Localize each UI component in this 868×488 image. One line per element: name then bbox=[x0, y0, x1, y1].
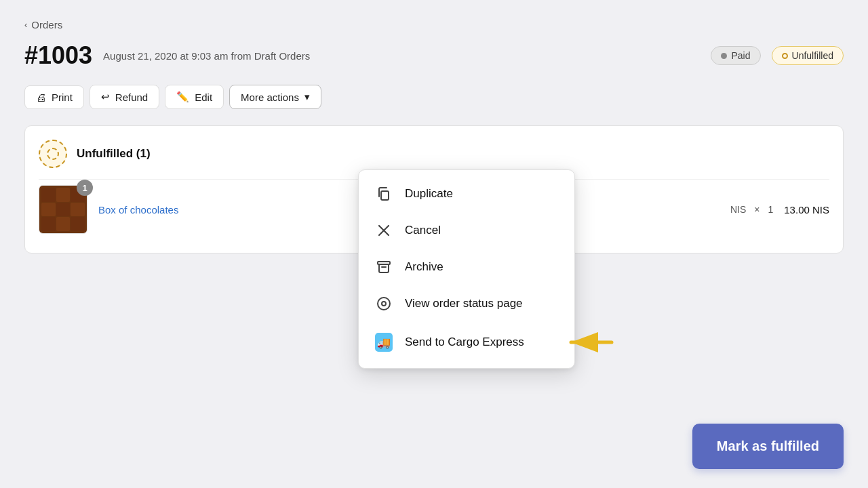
edit-button[interactable]: ✏️ Edit bbox=[165, 85, 224, 109]
more-actions-label: More actions bbox=[241, 92, 299, 103]
duplicate-label: Duplicate bbox=[405, 187, 453, 201]
cargo-label: Send to Cargo Express bbox=[405, 336, 524, 349]
dropdown-item-cargo[interactable]: 🚚 Send to Cargo Express bbox=[359, 322, 574, 363]
print-icon: 🖨 bbox=[36, 92, 46, 103]
more-actions-dropdown: Duplicate Cancel Archive bbox=[358, 169, 575, 369]
price-currency: NIS bbox=[730, 204, 746, 215]
paid-dot bbox=[721, 53, 727, 59]
view-status-icon bbox=[375, 296, 393, 311]
truck-icon: 🚚 bbox=[377, 336, 391, 349]
breadcrumb-label: Orders bbox=[31, 19, 62, 30]
price-qty: 1 bbox=[768, 204, 773, 215]
actions-row: 🖨 Print ↩ Refund ✏️ Edit More actions ▾ bbox=[24, 85, 844, 109]
refund-icon: ↩ bbox=[101, 91, 110, 103]
unfulfilled-badge: Unfulfilled bbox=[772, 46, 844, 65]
refund-label: Refund bbox=[115, 92, 148, 103]
print-button[interactable]: 🖨 Print bbox=[24, 85, 84, 109]
cargo-express-icon: 🚚 bbox=[375, 333, 393, 352]
order-meta: August 21, 2020 at 9:03 am from Draft Or… bbox=[103, 50, 700, 62]
refund-button[interactable]: ↩ Refund bbox=[90, 85, 159, 109]
svg-point-5 bbox=[378, 298, 390, 310]
breadcrumb[interactable]: ‹ Orders bbox=[24, 19, 844, 30]
dropdown-item-archive[interactable]: Archive bbox=[359, 249, 574, 285]
more-actions-button[interactable]: More actions ▾ bbox=[229, 85, 321, 109]
print-label: Print bbox=[52, 92, 73, 103]
dropdown-item-duplicate[interactable]: Duplicate bbox=[359, 176, 574, 212]
svg-rect-0 bbox=[381, 191, 389, 200]
card-title: Unfulfilled (1) bbox=[77, 147, 151, 161]
archive-icon bbox=[375, 260, 393, 274]
mark-fulfilled-label: Mark as fulfilled bbox=[717, 439, 819, 453]
cancel-label: Cancel bbox=[405, 224, 441, 237]
svg-rect-3 bbox=[378, 262, 390, 264]
duplicate-icon bbox=[375, 186, 393, 201]
unfulfilled-label: Unfulfilled bbox=[792, 50, 833, 61]
cancel-icon bbox=[375, 223, 393, 238]
view-status-label: View order status page bbox=[405, 297, 523, 310]
header-row: #1003 August 21, 2020 at 9:03 am from Dr… bbox=[24, 41, 844, 70]
paid-label: Paid bbox=[731, 50, 750, 61]
price-multiply: × bbox=[754, 204, 760, 215]
arrow-indicator bbox=[568, 332, 615, 352]
card-header: Unfulfilled (1) bbox=[39, 140, 829, 168]
svg-point-6 bbox=[382, 302, 386, 306]
edit-icon: ✏️ bbox=[176, 91, 189, 103]
dropdown-item-cancel[interactable]: Cancel bbox=[359, 212, 574, 249]
back-icon: ‹ bbox=[24, 20, 27, 30]
chevron-down-icon: ▾ bbox=[304, 91, 310, 103]
edit-label: Edit bbox=[195, 92, 212, 103]
product-total: 13.00 NIS bbox=[784, 204, 829, 216]
order-number: #1003 bbox=[24, 41, 92, 70]
product-price-info: NIS × 1 bbox=[730, 204, 773, 215]
quantity-badge: 1 bbox=[77, 180, 93, 196]
unfulfilled-dot bbox=[782, 53, 788, 59]
product-thumbnail-wrap: 1 bbox=[39, 185, 87, 234]
page: ‹ Orders #1003 August 21, 2020 at 9:03 a… bbox=[0, 0, 868, 488]
mark-fulfilled-button[interactable]: Mark as fulfilled bbox=[692, 424, 844, 469]
dropdown-item-view-status[interactable]: View order status page bbox=[359, 285, 574, 322]
archive-label: Archive bbox=[405, 260, 443, 274]
paid-badge: Paid bbox=[711, 46, 760, 65]
unfulfilled-status-icon bbox=[39, 140, 67, 168]
